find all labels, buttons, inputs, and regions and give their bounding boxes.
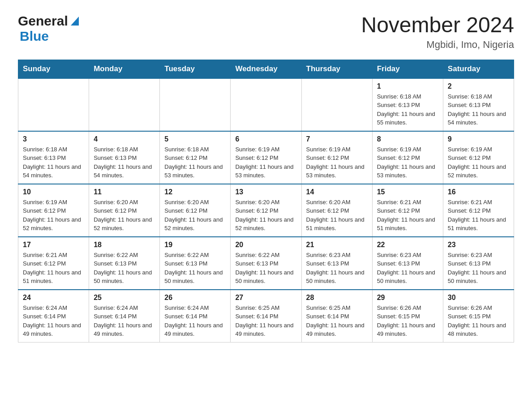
- calendar-cell: [231, 78, 301, 131]
- day-number: 16: [448, 188, 509, 196]
- day-number: 19: [164, 241, 226, 249]
- day-number: 5: [164, 135, 226, 143]
- day-number: 28: [306, 294, 368, 302]
- day-info: Sunrise: 6:18 AM Sunset: 6:12 PM Dayligh…: [164, 145, 226, 180]
- day-info: Sunrise: 6:20 AM Sunset: 6:12 PM Dayligh…: [164, 198, 226, 233]
- day-number: 12: [164, 188, 226, 196]
- day-of-week-header: Friday: [372, 60, 443, 78]
- calendar-cell: 26Sunrise: 6:24 AM Sunset: 6:14 PM Dayli…: [160, 290, 231, 342]
- calendar-cell: [160, 78, 231, 131]
- day-number: 26: [164, 294, 226, 302]
- day-info: Sunrise: 6:23 AM Sunset: 6:13 PM Dayligh…: [377, 251, 438, 286]
- calendar-header-row: SundayMondayTuesdayWednesdayThursdayFrid…: [18, 60, 514, 78]
- calendar-cell: 11Sunrise: 6:20 AM Sunset: 6:12 PM Dayli…: [89, 184, 160, 237]
- calendar-cell: 9Sunrise: 6:19 AM Sunset: 6:12 PM Daylig…: [443, 131, 514, 184]
- day-number: 15: [377, 188, 438, 196]
- day-info: Sunrise: 6:26 AM Sunset: 6:15 PM Dayligh…: [448, 304, 509, 338]
- calendar-cell: 4Sunrise: 6:18 AM Sunset: 6:13 PM Daylig…: [89, 131, 160, 184]
- location-title: Mgbidi, Imo, Nigeria: [361, 39, 514, 51]
- day-info: Sunrise: 6:18 AM Sunset: 6:13 PM Dayligh…: [377, 92, 438, 127]
- day-info: Sunrise: 6:22 AM Sunset: 6:13 PM Dayligh…: [235, 251, 296, 286]
- day-info: Sunrise: 6:19 AM Sunset: 6:12 PM Dayligh…: [23, 198, 84, 233]
- day-info: Sunrise: 6:18 AM Sunset: 6:13 PM Dayligh…: [448, 92, 509, 127]
- day-number: 2: [448, 82, 509, 90]
- calendar-cell: 24Sunrise: 6:24 AM Sunset: 6:14 PM Dayli…: [18, 290, 89, 342]
- day-info: Sunrise: 6:21 AM Sunset: 6:12 PM Dayligh…: [448, 198, 509, 233]
- day-of-week-header: Thursday: [301, 60, 372, 78]
- calendar-cell: 14Sunrise: 6:20 AM Sunset: 6:12 PM Dayli…: [301, 184, 372, 237]
- calendar-cell: 13Sunrise: 6:20 AM Sunset: 6:12 PM Dayli…: [231, 184, 301, 237]
- calendar-week-row: 10Sunrise: 6:19 AM Sunset: 6:12 PM Dayli…: [18, 184, 514, 237]
- day-info: Sunrise: 6:22 AM Sunset: 6:13 PM Dayligh…: [94, 251, 155, 286]
- month-title: November 2024: [361, 13, 514, 37]
- day-info: Sunrise: 6:20 AM Sunset: 6:12 PM Dayligh…: [94, 198, 155, 233]
- header: General Blue November 2024 Mgbidi, Imo, …: [18, 13, 514, 51]
- day-info: Sunrise: 6:25 AM Sunset: 6:14 PM Dayligh…: [235, 304, 296, 338]
- calendar-cell: 7Sunrise: 6:19 AM Sunset: 6:12 PM Daylig…: [301, 131, 372, 184]
- calendar-cell: 8Sunrise: 6:19 AM Sunset: 6:12 PM Daylig…: [372, 131, 443, 184]
- calendar-cell: 6Sunrise: 6:19 AM Sunset: 6:12 PM Daylig…: [231, 131, 301, 184]
- day-number: 10: [23, 188, 84, 196]
- title-area: November 2024 Mgbidi, Imo, Nigeria: [361, 13, 514, 51]
- calendar-cell: 17Sunrise: 6:21 AM Sunset: 6:12 PM Dayli…: [18, 237, 89, 290]
- logo-blue-text: Blue: [20, 29, 49, 43]
- calendar-cell: 29Sunrise: 6:26 AM Sunset: 6:15 PM Dayli…: [372, 290, 443, 342]
- day-info: Sunrise: 6:24 AM Sunset: 6:14 PM Dayligh…: [23, 304, 84, 338]
- day-of-week-header: Monday: [89, 60, 160, 78]
- day-number: 30: [448, 294, 509, 302]
- calendar-week-row: 3Sunrise: 6:18 AM Sunset: 6:13 PM Daylig…: [18, 131, 514, 184]
- day-number: 14: [306, 188, 368, 196]
- day-number: 29: [377, 294, 438, 302]
- day-number: 25: [94, 294, 155, 302]
- day-info: Sunrise: 6:20 AM Sunset: 6:12 PM Dayligh…: [235, 198, 296, 233]
- day-info: Sunrise: 6:25 AM Sunset: 6:14 PM Dayligh…: [306, 304, 368, 338]
- calendar-cell: [89, 78, 160, 131]
- day-info: Sunrise: 6:23 AM Sunset: 6:13 PM Dayligh…: [448, 251, 509, 286]
- day-number: 24: [23, 294, 84, 302]
- calendar-cell: 10Sunrise: 6:19 AM Sunset: 6:12 PM Dayli…: [18, 184, 89, 237]
- calendar-table: SundayMondayTuesdayWednesdayThursdayFrid…: [18, 60, 514, 342]
- calendar-cell: 27Sunrise: 6:25 AM Sunset: 6:14 PM Dayli…: [231, 290, 301, 342]
- day-number: 18: [94, 241, 155, 249]
- calendar-week-row: 1Sunrise: 6:18 AM Sunset: 6:13 PM Daylig…: [18, 78, 514, 131]
- day-of-week-header: Tuesday: [160, 60, 231, 78]
- calendar-cell: 25Sunrise: 6:24 AM Sunset: 6:14 PM Dayli…: [89, 290, 160, 342]
- day-number: 13: [235, 188, 296, 196]
- svg-marker-0: [71, 17, 79, 26]
- calendar-cell: 21Sunrise: 6:23 AM Sunset: 6:13 PM Dayli…: [301, 237, 372, 290]
- day-of-week-header: Wednesday: [231, 60, 301, 78]
- day-number: 3: [23, 135, 84, 143]
- day-number: 23: [448, 241, 509, 249]
- day-info: Sunrise: 6:20 AM Sunset: 6:12 PM Dayligh…: [306, 198, 368, 233]
- day-info: Sunrise: 6:19 AM Sunset: 6:12 PM Dayligh…: [306, 145, 368, 180]
- calendar-week-row: 24Sunrise: 6:24 AM Sunset: 6:14 PM Dayli…: [18, 290, 514, 342]
- day-number: 11: [94, 188, 155, 196]
- day-info: Sunrise: 6:23 AM Sunset: 6:13 PM Dayligh…: [306, 251, 368, 286]
- day-number: 9: [448, 135, 509, 143]
- calendar-cell: 16Sunrise: 6:21 AM Sunset: 6:12 PM Dayli…: [443, 184, 514, 237]
- day-number: 21: [306, 241, 368, 249]
- day-info: Sunrise: 6:24 AM Sunset: 6:14 PM Dayligh…: [94, 304, 155, 338]
- day-info: Sunrise: 6:21 AM Sunset: 6:12 PM Dayligh…: [377, 198, 438, 233]
- logo-general-text: General: [18, 13, 68, 29]
- day-info: Sunrise: 6:18 AM Sunset: 6:13 PM Dayligh…: [94, 145, 155, 180]
- day-info: Sunrise: 6:18 AM Sunset: 6:13 PM Dayligh…: [23, 145, 84, 180]
- day-number: 1: [377, 82, 438, 90]
- calendar-cell: [18, 78, 89, 131]
- calendar-cell: 20Sunrise: 6:22 AM Sunset: 6:13 PM Dayli…: [231, 237, 301, 290]
- calendar-cell: 18Sunrise: 6:22 AM Sunset: 6:13 PM Dayli…: [89, 237, 160, 290]
- calendar-week-row: 17Sunrise: 6:21 AM Sunset: 6:12 PM Dayli…: [18, 237, 514, 290]
- logo: General Blue: [18, 13, 79, 44]
- day-number: 20: [235, 241, 296, 249]
- calendar-cell: 2Sunrise: 6:18 AM Sunset: 6:13 PM Daylig…: [443, 78, 514, 131]
- calendar-cell: 12Sunrise: 6:20 AM Sunset: 6:12 PM Dayli…: [160, 184, 231, 237]
- calendar-cell: 3Sunrise: 6:18 AM Sunset: 6:13 PM Daylig…: [18, 131, 89, 184]
- day-info: Sunrise: 6:22 AM Sunset: 6:13 PM Dayligh…: [164, 251, 226, 286]
- calendar-cell: 30Sunrise: 6:26 AM Sunset: 6:15 PM Dayli…: [443, 290, 514, 342]
- logo-triangle-icon: [69, 17, 79, 26]
- day-info: Sunrise: 6:19 AM Sunset: 6:12 PM Dayligh…: [235, 145, 296, 180]
- day-of-week-header: Sunday: [18, 60, 89, 78]
- calendar-cell: 15Sunrise: 6:21 AM Sunset: 6:12 PM Dayli…: [372, 184, 443, 237]
- day-number: 17: [23, 241, 84, 249]
- calendar-cell: 5Sunrise: 6:18 AM Sunset: 6:12 PM Daylig…: [160, 131, 231, 184]
